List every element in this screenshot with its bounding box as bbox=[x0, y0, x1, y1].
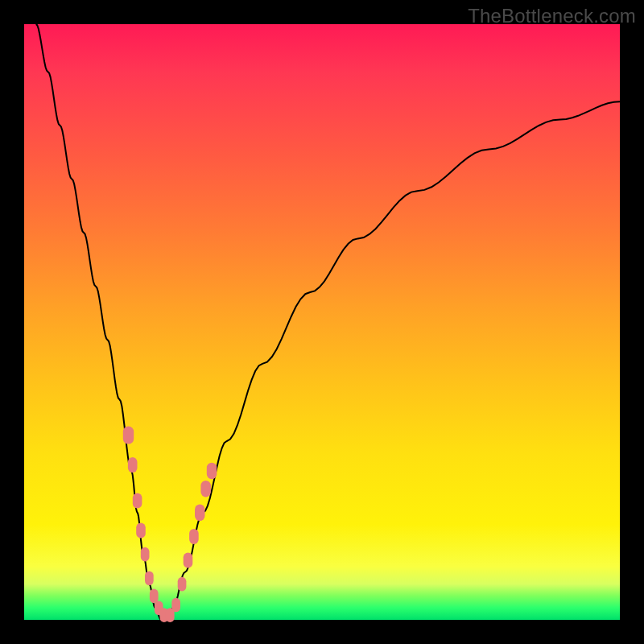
curve-marker bbox=[184, 553, 193, 568]
bottleneck-curve bbox=[36, 24, 620, 620]
curve-marker bbox=[178, 577, 187, 592]
chart-svg bbox=[24, 24, 620, 620]
curve-marker bbox=[128, 457, 138, 473]
watermark-text: TheBottleneck.com bbox=[468, 5, 636, 27]
curve-marker bbox=[141, 547, 150, 562]
curve-marker bbox=[123, 427, 134, 444]
curve-marker bbox=[207, 463, 217, 480]
curve-marker bbox=[171, 598, 180, 613]
curve-marker bbox=[195, 505, 205, 522]
curve-marker bbox=[145, 571, 154, 585]
curve-marker bbox=[133, 493, 142, 509]
curve-marker bbox=[189, 529, 199, 544]
curve-markers bbox=[123, 427, 217, 622]
curve-path bbox=[36, 24, 620, 620]
curve-marker bbox=[150, 589, 159, 604]
curve-marker bbox=[200, 481, 211, 497]
chart-plot-area bbox=[24, 24, 620, 620]
chart-frame: TheBottleneck.com bbox=[0, 0, 644, 644]
curve-marker bbox=[136, 523, 146, 539]
